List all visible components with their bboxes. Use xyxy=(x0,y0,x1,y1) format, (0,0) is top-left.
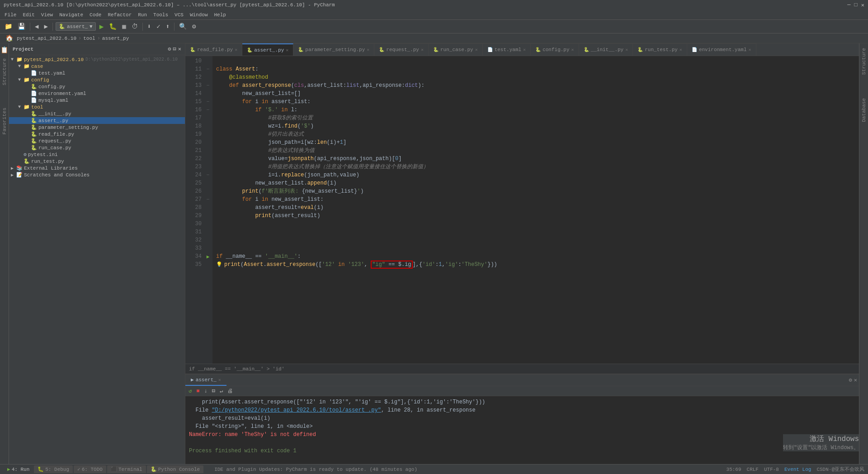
git-commit-button[interactable]: ✓ xyxy=(155,22,162,31)
tab-assert-close[interactable]: ✕ xyxy=(286,47,288,53)
run-config-dropdown[interactable]: 🐍 assert_ ▼ xyxy=(56,22,96,31)
fold-method-icon[interactable]: ─ xyxy=(207,83,209,88)
menu-refactor[interactable]: Refactor xyxy=(105,11,134,19)
tree-item-pytest-ini[interactable]: ⚙ pytest.ini xyxy=(9,151,185,158)
fold-for-icon[interactable]: ─ xyxy=(207,100,209,104)
tree-item-assert[interactable]: 🐍 assert_.py xyxy=(9,117,185,124)
menu-help[interactable]: Help xyxy=(212,11,229,19)
code-content[interactable]: class Assert: @classmethod def assert_re… xyxy=(212,56,859,364)
tab-init-close[interactable]: ✕ xyxy=(625,47,628,52)
fold-if-icon[interactable]: ─ xyxy=(207,108,209,112)
tree-item-request[interactable]: 🐍 request_.py xyxy=(9,137,185,144)
status-tab-terminal[interactable]: ⬛ Terminal xyxy=(107,465,146,473)
tree-item-read[interactable]: 🐍 read_file.py xyxy=(9,131,185,137)
tree-item-case[interactable]: ▼ 📁 case xyxy=(9,63,185,70)
tab-runtest-close[interactable]: ✕ xyxy=(679,47,682,52)
status-position[interactable]: 35:69 xyxy=(726,467,741,472)
git-update-button[interactable]: ⬇ xyxy=(146,22,153,31)
save-button[interactable]: 💾 xyxy=(16,22,27,31)
soft-wrap-button[interactable]: ↵ xyxy=(218,387,224,395)
run-arrow-icon[interactable]: ▶ xyxy=(207,254,210,260)
database-right-icon[interactable]: Database xyxy=(860,97,868,123)
status-encoding[interactable]: UTF-8 xyxy=(764,467,779,472)
print-button[interactable]: 🖨 xyxy=(226,387,234,395)
status-tab-pyconsole[interactable]: 🐍 Python Console xyxy=(147,465,203,473)
tab-param-close[interactable]: ✕ xyxy=(367,47,369,52)
back-button[interactable]: ◀ xyxy=(33,22,40,31)
tree-item-scratches[interactable]: ▶ 📝 Scratches and Consoles xyxy=(9,171,185,178)
structure-icon[interactable]: Structure xyxy=(1,57,8,86)
tab-assert[interactable]: 🐍 assert_.py ✕ xyxy=(242,43,293,56)
profile-button[interactable]: ⏱ xyxy=(130,22,140,31)
menu-tools[interactable]: Tools xyxy=(151,11,171,19)
tree-item-config-py[interactable]: 🐍 config.py xyxy=(9,83,185,90)
tree-item-param[interactable]: 🐍 parameter_setting.py xyxy=(9,124,185,131)
event-log[interactable]: Event Log xyxy=(784,467,811,472)
tab-read-file[interactable]: 🐍 read_file.py ✕ xyxy=(185,43,242,56)
breadcrumb-project[interactable]: pytest_api_2022.6.10 xyxy=(17,36,76,41)
filter-button[interactable]: ⊟ xyxy=(211,387,217,395)
tree-item-runtest[interactable]: 🐍 run_test.py xyxy=(9,158,185,165)
stop-button[interactable]: ■ xyxy=(195,388,201,395)
tab-config[interactable]: 🐍 config.py ✕ xyxy=(531,43,579,56)
maximize-button[interactable]: □ xyxy=(854,2,858,9)
rerun-button[interactable]: ↺ xyxy=(187,387,193,395)
scroll-to-end-button[interactable]: ↓ xyxy=(203,388,208,395)
settings-button[interactable]: ⚙ xyxy=(190,22,198,31)
close-button[interactable]: ✕ xyxy=(861,2,864,9)
tree-item-mysql-yaml[interactable]: 📄 mysql.yaml xyxy=(9,97,185,104)
bulb-icon[interactable]: 💡 xyxy=(216,261,222,269)
coverage-button[interactable]: ▦ xyxy=(120,22,127,31)
panel-gear-icon[interactable]: ⚙ xyxy=(168,46,171,52)
menu-window[interactable]: Window xyxy=(187,11,211,19)
console-file-link[interactable]: "D:/python2022/pytest_api_2022.6.10/tool… xyxy=(212,407,381,413)
tab-testyaml[interactable]: 📄 test.yaml ✕ xyxy=(483,43,531,56)
code-editor[interactable]: 10 11 12 13 14 15 16 17 18 19 20 21 22 2… xyxy=(185,56,859,364)
fold-class-icon[interactable]: ─ xyxy=(207,67,209,71)
open-folder-button[interactable]: 📁 xyxy=(3,22,14,31)
tree-item-tool[interactable]: ▼ 📁 tool xyxy=(9,104,185,110)
breadcrumb-file[interactable]: assert_py xyxy=(102,36,129,41)
menu-code[interactable]: Code xyxy=(87,11,104,19)
menu-edit[interactable]: Edit xyxy=(20,11,37,19)
favorites-icon[interactable]: Favorites xyxy=(1,107,8,135)
status-tab-debug[interactable]: 🐛 5: Debug xyxy=(34,465,73,473)
tab-runcase[interactable]: 🐍 run_case.py ✕ xyxy=(429,43,483,56)
panel-close-icon[interactable]: ✕ xyxy=(178,46,181,52)
run-tab-close[interactable]: ✕ xyxy=(218,377,221,383)
project-icon[interactable]: 📋 xyxy=(0,45,9,55)
fold-for2-icon[interactable]: ─ xyxy=(207,197,209,202)
forward-button[interactable]: ▶ xyxy=(42,22,49,31)
tab-read-close[interactable]: ✕ xyxy=(235,47,237,52)
tab-yaml-close[interactable]: ✕ xyxy=(523,47,526,52)
close-run-panel-icon[interactable]: ✕ xyxy=(854,377,857,384)
menu-file[interactable]: File xyxy=(2,11,19,19)
search-everywhere-button[interactable]: 🔍 xyxy=(177,22,189,31)
tab-init[interactable]: 🐍 __init__.py ✕ xyxy=(579,43,633,56)
tree-item-config[interactable]: ▼ 📁 config xyxy=(9,76,185,83)
structure-right-icon[interactable]: Structure xyxy=(860,47,868,76)
fold-replace-icon[interactable]: ─ xyxy=(207,173,209,177)
run-tab[interactable]: ▶ assert_ ✕ xyxy=(185,374,226,386)
run-button[interactable]: ▶ xyxy=(98,21,106,32)
menu-navigate[interactable]: Navigate xyxy=(57,11,86,19)
menu-vcs[interactable]: VCS xyxy=(172,11,186,19)
tab-request[interactable]: 🐍 request_.py ✕ xyxy=(374,43,429,56)
tab-runcase-close[interactable]: ✕ xyxy=(475,47,478,52)
status-tab-run[interactable]: ▶ 4: Run xyxy=(4,465,33,473)
minimize-button[interactable]: ─ xyxy=(847,2,850,9)
tree-item-test-yaml[interactable]: 📄 test.yaml xyxy=(9,70,185,76)
tree-item-env-yaml[interactable]: 📄 environment.yaml xyxy=(9,90,185,97)
panel-settings-icon[interactable]: ⊟ xyxy=(173,46,176,52)
debug-button[interactable]: 🐛 xyxy=(107,22,118,31)
git-push-button[interactable]: ⬆ xyxy=(164,22,171,31)
tab-request-close[interactable]: ✕ xyxy=(421,47,424,52)
tree-item-ext-libs[interactable]: ▶ 📚 External Libraries xyxy=(9,165,185,171)
breadcrumb-folder[interactable]: tool xyxy=(83,36,95,41)
tree-item-init[interactable]: 🐍 __init__.py xyxy=(9,110,185,117)
tab-env-yaml[interactable]: 📄 environment.yaml ✕ xyxy=(687,43,756,56)
settings-run-icon[interactable]: ⚙ xyxy=(849,377,852,384)
status-tab-todo[interactable]: ✓ 6: TODO xyxy=(74,465,106,473)
menu-run[interactable]: Run xyxy=(135,11,150,19)
tab-runtest[interactable]: 🐍 run_test.py ✕ xyxy=(633,43,687,56)
